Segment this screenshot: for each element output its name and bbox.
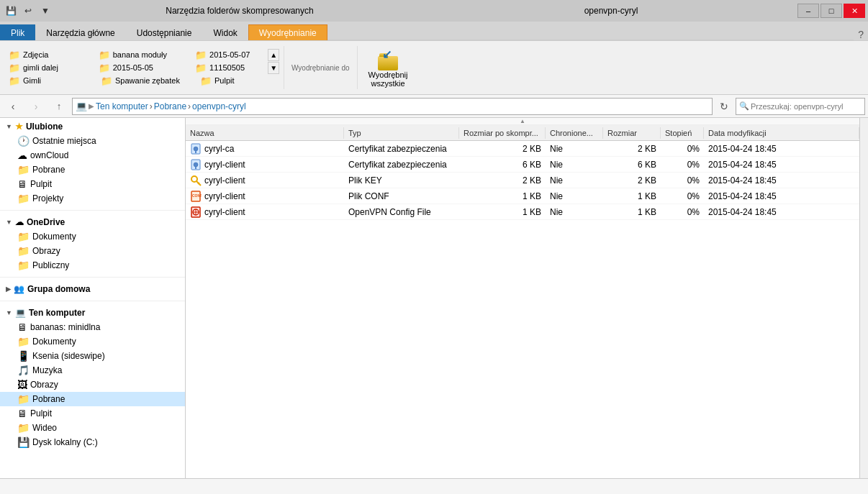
col-header-rozmiar[interactable]: Rozmiar [603, 127, 661, 139]
file-size: 2 KB [603, 175, 661, 186]
col-header-stopien[interactable]: Stopień [661, 127, 704, 139]
col-header-nazwa[interactable]: Nazwa [186, 127, 344, 139]
col-header-data[interactable]: Data modyfikacji [704, 127, 859, 139]
quick-item-2015-07[interactable]: 📁 2015-05-07 [192, 49, 262, 61]
quick-item-spawanie[interactable]: 📁 Spawanie zębatek [98, 75, 191, 87]
folder-icon: 📁 [17, 231, 30, 242]
file-icon [190, 143, 202, 155]
sidebar-item-pobrane-tk[interactable]: 📁 Pobrane [0, 392, 185, 406]
forward-button[interactable]: › [26, 98, 46, 115]
quick-item-11150505[interactable]: 📁 11150505 [192, 62, 262, 74]
tab-udostepnianie[interactable]: Udostępnianie [126, 24, 203, 40]
sidebar-group-grupadomowa[interactable]: ▶ 👥 Grupa domowa [0, 282, 185, 296]
sidebar-section-onedrive: ▼ ☁ OneDrive 📁 Dokumenty 📁 Obrazy 📁 Publ… [0, 214, 185, 274]
col-header-typ[interactable]: Typ [344, 127, 459, 139]
file-protected: Nie [546, 144, 603, 154]
address-path[interactable]: 💻 ▶ Ten komputer › Pobrane › openvpn-cyr… [72, 98, 713, 115]
scroll-down-btn[interactable]: ▼ [268, 62, 279, 74]
folder-icon: 📁 [17, 193, 30, 204]
help-icon[interactable]: ? [854, 29, 868, 40]
wyodrebnij-icon: ↙ [376, 47, 399, 70]
sidebar-item-ksenia[interactable]: 📱 Ksenia (sideswipe) [0, 349, 185, 363]
sidebar-item-owncloud[interactable]: ☁ ownCloud [0, 148, 185, 163]
save-icon[interactable]: 💾 [3, 3, 19, 19]
sidebar-group-onedrive[interactable]: ▼ ☁ OneDrive [0, 215, 185, 229]
maximize-button[interactable]: □ [820, 4, 842, 18]
sidebar-label: Dokumenty [32, 337, 76, 347]
file-size-compressed: 2 KB [459, 175, 546, 186]
sidebar-label: Wideo [32, 423, 57, 433]
quick-item-2015-05[interactable]: 📁 2015-05-05 [96, 62, 186, 74]
file-protected: Nie [546, 207, 603, 217]
sidebar-item-pulpit-tk[interactable]: 🖥 Pulpit [0, 406, 185, 421]
wyodreb-section-label: Wyodrębnianie do [289, 64, 353, 72]
tab-plik[interactable]: Plik [0, 24, 35, 40]
sidebar-item-projekty[interactable]: 📁 Projekty [0, 191, 185, 206]
col-header-rozmiar-skomp[interactable]: Rozmiar po skompr... [459, 127, 546, 139]
scroll-up-btn[interactable]: ▲ [268, 49, 279, 61]
onedrive-icon: ☁ [15, 217, 24, 227]
file-ratio: 0% [661, 144, 704, 154]
close-button[interactable]: ✕ [844, 4, 865, 18]
path-openvpn[interactable]: openvpn-cyryl [192, 101, 246, 111]
sidebar-item-dysk[interactable]: 💾 Dysk lokalny (C:) [0, 435, 185, 449]
file-size: 6 KB [603, 160, 661, 170]
sidebar-item-pobrane-fav[interactable]: 📁 Pobrane [0, 163, 185, 177]
desktop-icon: 🖥 [17, 178, 27, 190]
file-size-compressed: 2 KB [459, 144, 546, 154]
tab-narzedzia[interactable]: Narzędzia główne [35, 24, 125, 40]
desktop-icon: 🖥 [17, 408, 27, 419]
up-button[interactable]: ↑ [49, 98, 69, 115]
sidebar-item-muzyka[interactable]: 🎵 Muzyka [0, 363, 185, 378]
quick-item-gimli2[interactable]: 📁 Gimli [6, 75, 92, 87]
sidebar-item-obrazy-od[interactable]: 📁 Obrazy [0, 244, 185, 258]
sidebar-label: Pobrane [32, 165, 65, 175]
path-tencomputer[interactable]: Ten komputer [96, 101, 148, 111]
sidebar-item-pulpit-fav[interactable]: 🖥 Pulpit [0, 177, 185, 191]
file-size-compressed: 6 KB [459, 160, 546, 170]
quick-item-pulpit[interactable]: 📁 Pulpit [197, 75, 269, 87]
file-icon [190, 206, 202, 218]
file-row[interactable]: cyryl-client Plik KEY 2 KB Nie 2 KB 0% 2… [186, 173, 859, 188]
sidebar-item-wideo[interactable]: 📁 Wideo [0, 421, 185, 435]
undo-icon[interactable]: ↩ [20, 3, 36, 19]
path-pobrane[interactable]: Pobrane [154, 101, 186, 111]
file-date: 2015-04-24 18:45 [704, 207, 805, 217]
file-protected: Nie [546, 160, 603, 170]
sidebar-item-ostatnie[interactable]: 🕐 Ostatnie miejsca [0, 134, 185, 148]
sidebar-item-bananas[interactable]: 🖥 bananas: minidlna [0, 320, 185, 334]
ribbon: Plik Narzędzia główne Udostępnianie Wido… [0, 22, 868, 95]
file-type: Plik KEY [344, 175, 459, 186]
file-row[interactable]: cyryl-client Certyfikat zabezpieczenia 6… [186, 157, 859, 173]
quick-item-banana[interactable]: 📁 banana moduły [96, 49, 186, 61]
sidebar-item-obrazy-tk[interactable]: 🖼 Obrazy [0, 378, 185, 392]
search-box[interactable]: 🔍 [736, 98, 865, 115]
search-input[interactable] [751, 102, 862, 111]
wyodrebnij-label: Wyodrębnij wszystkie [369, 70, 408, 88]
file-row[interactable]: cyryl-ca Certyfikat zabezpieczenia 2 KB … [186, 141, 859, 157]
quick-item-zdjecia[interactable]: 📁 Zdjęcia [6, 49, 90, 61]
sidebar-label: Projekty [32, 193, 63, 203]
scrollbar[interactable] [859, 118, 868, 478]
tab-widok[interactable]: Widok [202, 24, 248, 40]
file-row[interactable]: cyryl-client OpenVPN Config File 1 KB Ni… [186, 204, 859, 220]
sidebar-item-publiczny[interactable]: 📁 Publiczny [0, 258, 185, 273]
file-row[interactable]: CONF cyryl-client Plik CONF 1 KB Nie 1 K… [186, 188, 859, 204]
file-name: cyryl-ca [204, 144, 234, 154]
sidebar-item-dokumenty-od[interactable]: 📁 Dokumenty [0, 229, 185, 244]
back-button[interactable]: ‹ [3, 98, 23, 115]
file-type: Certyfikat zabezpieczenia [344, 160, 459, 170]
customize-qa-icon[interactable]: ▼ [37, 3, 53, 19]
folder-icon: 📁 [17, 164, 30, 175]
refresh-button[interactable]: ↻ [715, 98, 733, 115]
sidebar-group-ulubione[interactable]: ▼ ★ Ulubione [0, 119, 185, 134]
sidebar-item-dokumenty-tk[interactable]: 📁 Dokumenty [0, 334, 185, 349]
wyodrebnij-button[interactable]: ↙ Wyodrębnij wszystkie [362, 44, 415, 91]
grupadomowa-label: Grupa domowa [27, 284, 90, 294]
tab-wyodrebnianie[interactable]: Wyodrębnianie [248, 24, 327, 40]
sidebar-group-tenkomp[interactable]: ▼ 💻 Ten komputer [0, 306, 185, 320]
star-icon: ★ [15, 122, 23, 132]
minimize-button[interactable]: – [797, 4, 819, 18]
col-header-chronione[interactable]: Chronione... [546, 127, 603, 139]
quick-item-gimli[interactable]: 📁 gimli dalej [6, 62, 90, 74]
